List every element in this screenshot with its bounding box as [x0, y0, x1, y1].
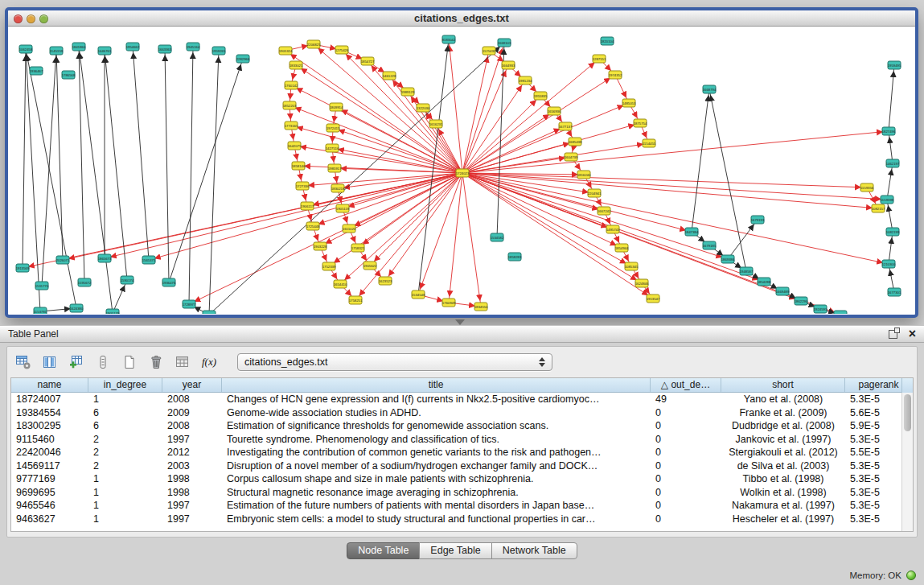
merge-rows-icon[interactable]	[93, 352, 113, 372]
graph-node[interactable]: 1624846	[635, 279, 649, 287]
graph-node[interactable]: 1604739	[565, 153, 578, 161]
graph-node[interactable]: 1905622	[363, 262, 377, 270]
column-header-short[interactable]: short	[721, 378, 845, 392]
graph-node[interactable]: 1679193	[751, 216, 765, 224]
table-row[interactable]: 911546021997Tourette syndrome. Phenomeno…	[11, 433, 913, 447]
graph-node[interactable]: 1752339	[322, 262, 336, 270]
column-header-out_degree[interactable]: △ out_de…	[651, 378, 721, 392]
graph-node[interactable]: 1858283	[508, 253, 522, 261]
graph-node[interactable]: 1906117	[301, 202, 314, 210]
graph-node[interactable]: 1685438	[569, 138, 582, 146]
table-row[interactable]: 946362711997Embryonic stem cells: a mode…	[11, 513, 913, 526]
graph-node[interactable]: 1834550	[474, 303, 488, 311]
graph-node[interactable]: 1085345	[625, 262, 639, 270]
graph-node[interactable]: 1913569	[16, 264, 30, 272]
float-panel-icon[interactable]	[889, 330, 897, 339]
graph-node[interactable]: 1905324	[279, 47, 293, 55]
graph-node[interactable]: 1145159	[50, 47, 64, 55]
graph-node[interactable]: 2026071	[56, 256, 70, 264]
graph-node[interactable]: 1959265	[212, 47, 226, 55]
graph-node[interactable]: 1854944	[615, 244, 629, 252]
graph-node[interactable]: 1082199	[886, 228, 900, 236]
graph-node[interactable]: 1959495	[888, 61, 901, 69]
graph-node[interactable]: 1154455	[643, 139, 656, 147]
graph-node[interactable]: 1677301	[888, 288, 901, 296]
table-row[interactable]: 977716911998Corpus callosum shape and si…	[11, 472, 913, 486]
select-columns-icon[interactable]	[40, 352, 60, 372]
new-table-icon[interactable]	[120, 352, 139, 372]
graph-node[interactable]: 1624380	[70, 304, 84, 312]
tab-edge-table[interactable]: Edge Table	[419, 542, 491, 559]
graph-node[interactable]: 1446761	[98, 47, 112, 55]
graph-node[interactable]: 1663363	[158, 45, 172, 53]
graph-node[interactable]: 2206825	[307, 40, 321, 48]
scrollbar-thumb[interactable]	[904, 394, 911, 431]
graph-node[interactable]: 1462197	[886, 159, 900, 167]
graph-node[interactable]: 1820104	[601, 37, 614, 45]
graph-node[interactable]: 8183042	[442, 35, 456, 43]
tab-node-table[interactable]: Node Table	[347, 542, 420, 559]
table-row[interactable]: 1872400712008Changes of HCN gene express…	[11, 393, 913, 406]
column-header-title[interactable]: title	[222, 378, 651, 392]
graph-node[interactable]: 1153781	[34, 307, 47, 314]
table-row[interactable]: 2242004622012Investigating the contribut…	[11, 446, 913, 459]
graph-node[interactable]: 1668794	[703, 85, 717, 93]
graph-node[interactable]: 1125432	[483, 47, 496, 55]
tab-network-table[interactable]: Network Table	[491, 542, 577, 559]
graph-node[interactable]: 1485053	[622, 99, 636, 107]
graph-node[interactable]: 1760949	[442, 299, 456, 307]
graph-node[interactable]: 1974352	[609, 71, 622, 79]
graph-node[interactable]: 1642075	[288, 142, 302, 150]
graph-node[interactable]: 1875754	[634, 119, 647, 127]
graph-node[interactable]: 1275426	[335, 46, 349, 54]
import-table-icon[interactable]	[67, 352, 86, 372]
graph-node[interactable]: 1656936	[548, 107, 561, 115]
column-header-year[interactable]: year	[162, 378, 222, 392]
window-titlebar[interactable]: citations_edges.txt	[8, 10, 915, 27]
graph-node[interactable]: 1427516	[326, 144, 339, 152]
graph-node[interactable]: 1981234	[519, 76, 532, 84]
graph-node[interactable]: 1913547	[647, 295, 660, 303]
graph-node[interactable]: 1159356	[860, 183, 874, 192]
graph-node[interactable]: 1724023	[456, 169, 470, 177]
graph-node[interactable]: 1854727	[361, 57, 375, 65]
graph-node[interactable]: 1668103	[498, 39, 511, 47]
graph-node[interactable]: 1847384	[685, 228, 699, 236]
graph-node[interactable]: 1948587	[740, 267, 754, 275]
graph-node[interactable]: 1830218	[331, 184, 345, 192]
graph-node[interactable]: 1725448	[306, 222, 320, 230]
graph-node[interactable]: 2282966	[236, 55, 250, 63]
graph-node[interactable]: 1287551	[593, 55, 606, 63]
table-select-dropdown[interactable]: citations_edges.txt	[237, 353, 552, 371]
graph-node[interactable]: 1534582	[491, 233, 504, 241]
graph-node[interactable]: 1905119	[336, 204, 350, 212]
table-settings-icon[interactable]	[14, 352, 33, 372]
graph-node[interactable]: 1616231	[429, 120, 443, 128]
graph-node[interactable]: 1858146	[292, 162, 306, 170]
graph-node[interactable]: 1210300	[882, 260, 896, 268]
table-row[interactable]: 1938455462009Genome-wide association stu…	[11, 406, 913, 420]
graph-node[interactable]: 1985917	[328, 164, 342, 172]
graph-node[interactable]: 1677137	[559, 122, 573, 130]
table-vertical-scrollbar[interactable]	[901, 393, 913, 531]
graph-node[interactable]: 1082157	[872, 204, 885, 212]
close-button[interactable]	[14, 14, 23, 23]
graph-node[interactable]: 1679185	[703, 241, 717, 249]
delete-table-icon[interactable]	[146, 352, 166, 372]
graph-node[interactable]: 1972415	[326, 124, 340, 132]
graph-node[interactable]: 1936476	[162, 278, 176, 286]
graph-node[interactable]: 1461228	[383, 72, 396, 80]
graph-node[interactable]: 1495743	[606, 225, 620, 233]
network-view[interactable]: 1724023183302117601421852203177316516420…	[8, 27, 915, 314]
graph-node[interactable]: 1760142	[285, 81, 298, 89]
graph-node[interactable]: 1834578	[203, 311, 216, 314]
graph-node[interactable]: 1531770	[35, 282, 49, 290]
graph-node[interactable]: 1865492	[834, 311, 848, 314]
graph-node[interactable]: 1590174	[121, 276, 134, 284]
network-canvas[interactable]: 1724023183302117601421852203177316516420…	[8, 27, 915, 314]
graph-node[interactable]: 1903228	[314, 242, 327, 250]
graph-node[interactable]: 2204941	[588, 189, 602, 197]
column-header-in_degree[interactable]: in_degree	[88, 378, 162, 392]
graph-node[interactable]: 1841860	[72, 43, 86, 51]
graph-node[interactable]: 1727336	[296, 182, 310, 190]
